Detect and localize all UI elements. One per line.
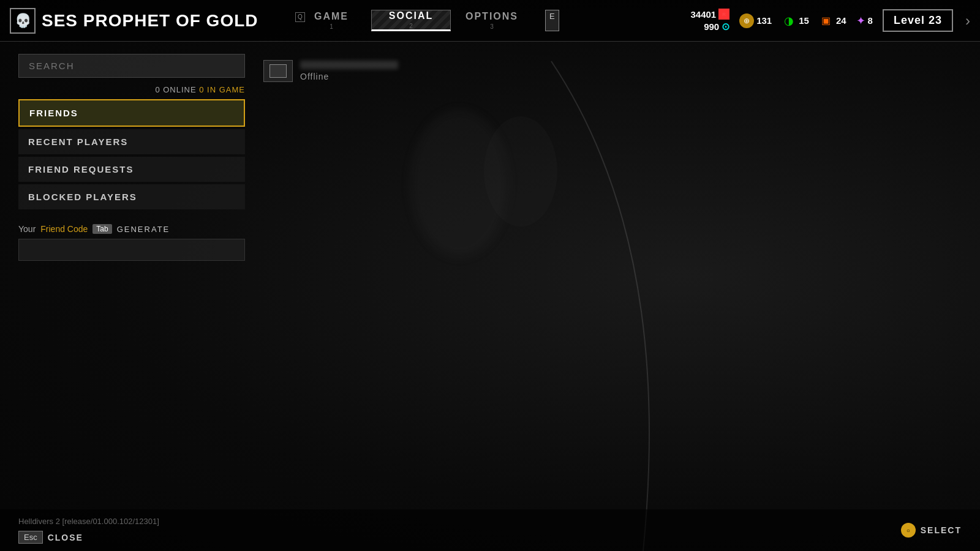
tab-options-num: 3 — [490, 23, 494, 30]
ship-name: SES Prophet of Gold — [42, 11, 258, 31]
online-status: 0 ONLINE 0 IN GAME — [18, 85, 245, 94]
tab-game[interactable]: Q GAME 1 — [292, 10, 371, 31]
bottom-left: Helldivers 2 [release/01.000.102/12301] … — [18, 517, 159, 544]
logo-area: 💀 SES Prophet of Gold — [10, 8, 292, 34]
player-avatar — [263, 60, 293, 82]
stats-icons-row: ⊕ 131 ◑ 15 ▣ 24 ✦ 8 — [739, 13, 873, 28]
tab-game-num: 1 — [330, 23, 333, 30]
resource3-value: 24 — [836, 15, 846, 26]
req-currency-value: 34401 — [690, 9, 716, 20]
currency-group: 34401 R 990 ⊙ — [690, 9, 729, 32]
esc-key: Esc — [18, 531, 43, 544]
bottom-bar: Helldivers 2 [release/01.000.102/12301] … — [0, 509, 980, 551]
close-label: CLOSE — [48, 533, 83, 542]
friend-code-your: Your — [18, 224, 36, 234]
tab-game-label: GAME — [314, 11, 349, 22]
tab-options-label: OPTIONS — [466, 11, 518, 22]
menu-list: FRIENDS RECENT PLAYERS FRIEND REQUESTS B… — [18, 99, 245, 209]
tab-game-key: Q — [295, 12, 305, 22]
right-panel: Offline — [257, 54, 962, 514]
right-stats: 34401 R 990 ⊙ ⊕ 131 ◑ 15 — [690, 9, 970, 32]
top-right-arrow: › — [965, 12, 970, 29]
req-icon: R — [718, 9, 729, 20]
medal-count: 990 — [704, 21, 719, 32]
select-button[interactable]: ○ SELECT — [901, 523, 962, 538]
player-entry: Offline — [263, 60, 956, 82]
friend-code-label: Your Friend Code Tab GENERATE — [18, 224, 245, 234]
resource4-value: 8 — [868, 15, 873, 26]
search-input[interactable] — [18, 54, 245, 78]
left-panel: 0 ONLINE 0 IN GAME FRIENDS RECENT PLAYER… — [18, 54, 245, 514]
menu-item-friends[interactable]: FRIENDS — [18, 99, 245, 127]
resource3-icon: ▣ — [819, 13, 834, 28]
main-content: 0 ONLINE 0 IN GAME FRIENDS RECENT PLAYER… — [0, 42, 980, 527]
medal-row: 990 ⊙ — [704, 21, 729, 32]
friend-code-section: Your Friend Code Tab GENERATE — [18, 224, 245, 261]
generate-label: GENERATE — [117, 225, 170, 234]
online-count: 0 ONLINE — [155, 85, 196, 94]
friend-code-input[interactable] — [18, 239, 245, 261]
skull-icon: 💀 — [10, 8, 36, 34]
resource4-icon: ✦ — [856, 14, 865, 28]
resource2-value: 15 — [799, 15, 809, 26]
tab-options[interactable]: OPTIONS 3 — [451, 10, 533, 31]
menu-item-friend-requests[interactable]: FRIEND REQUESTS — [18, 157, 245, 182]
nav-tabs: Q GAME 1 SOCIAL 2 OPTIONS 3 E — [292, 10, 690, 31]
close-button[interactable]: Esc CLOSE — [18, 531, 159, 544]
resource4-stat: ✦ 8 — [856, 14, 873, 28]
top-bar: 💀 SES Prophet of Gold Q GAME 1 SOCIAL 2 … — [0, 0, 980, 42]
resource1-icon: ⊕ — [739, 13, 754, 28]
ingame-count: 0 IN GAME — [199, 85, 245, 94]
menu-item-recent-players[interactable]: RECENT PLAYERS — [18, 129, 245, 154]
medal-icon: ⊙ — [722, 21, 729, 32]
resource1-stat: ⊕ 131 — [739, 13, 772, 28]
tab-social-num: 2 — [409, 23, 413, 29]
select-icon: ○ — [901, 523, 916, 538]
player-name-blurred — [300, 61, 398, 69]
player-status: Offline — [300, 72, 398, 81]
resource3-stat: ▣ 24 — [819, 13, 846, 28]
resource2-stat: ◑ 15 — [782, 13, 809, 28]
player-avatar-inner — [270, 64, 287, 78]
version-text: Helldivers 2 [release/01.000.102/12301] — [18, 517, 159, 526]
level-badge: Level 23 — [883, 9, 953, 32]
resource2-icon: ◑ — [782, 13, 796, 28]
e-key: E — [545, 10, 559, 31]
menu-item-blocked-players[interactable]: BLOCKED PLAYERS — [18, 184, 245, 209]
req-currency-row: 34401 R — [690, 9, 729, 20]
tab-social-label: SOCIAL — [389, 10, 433, 21]
resource1-value: 131 — [756, 15, 772, 26]
friend-code-colored: Friend Code — [40, 224, 88, 234]
tab-social[interactable]: SOCIAL 2 — [371, 10, 451, 31]
select-label: SELECT — [921, 525, 962, 535]
tab-key-inline: Tab — [92, 224, 111, 234]
